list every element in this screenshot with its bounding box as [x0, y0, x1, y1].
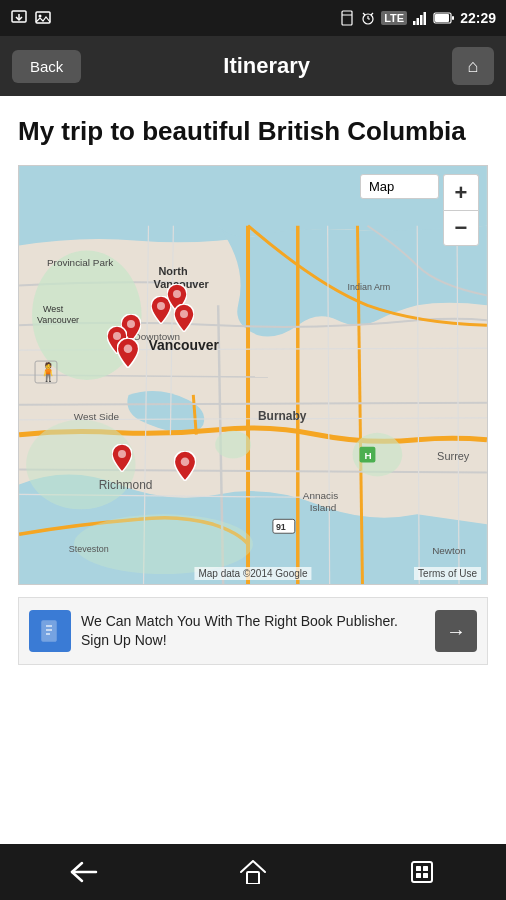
- svg-point-3: [39, 15, 42, 18]
- svg-point-48: [180, 310, 188, 318]
- zoom-controls: + −: [443, 174, 479, 246]
- svg-text:Surrey: Surrey: [437, 450, 470, 462]
- svg-rect-12: [417, 18, 420, 25]
- map-type-selector[interactable]: Map Satellite Terrain: [360, 174, 439, 199]
- back-arrow-icon: [70, 861, 98, 883]
- svg-point-53: [181, 458, 190, 467]
- svg-text:91: 91: [276, 522, 286, 532]
- svg-text:H: H: [364, 450, 371, 461]
- svg-point-21: [215, 431, 251, 459]
- map-attribution: Map data ©2014 Google: [194, 567, 311, 580]
- svg-rect-13: [420, 15, 423, 25]
- svg-text:Richmond: Richmond: [99, 479, 153, 493]
- status-icons-left: [10, 9, 52, 27]
- map-pin-7[interactable]: [112, 444, 132, 476]
- svg-rect-60: [412, 862, 432, 882]
- svg-rect-17: [452, 16, 454, 20]
- home-icon: [240, 860, 266, 884]
- svg-rect-61: [416, 866, 421, 871]
- svg-rect-4: [342, 11, 352, 25]
- svg-rect-11: [413, 21, 416, 25]
- page-title: Itinerary: [223, 53, 310, 79]
- back-button[interactable]: Back: [12, 50, 81, 83]
- nav-recent-button[interactable]: [397, 854, 447, 890]
- svg-text:West Side: West Side: [74, 411, 120, 422]
- ad-icon: [29, 610, 71, 652]
- map-pin-8[interactable]: [174, 451, 196, 485]
- svg-text:North: North: [158, 266, 187, 278]
- svg-text:Indian Arm: Indian Arm: [348, 283, 391, 293]
- main-content: My trip to beautiful British Columbia: [0, 96, 506, 844]
- alarm-icon: [360, 10, 376, 26]
- signal-icon: [412, 11, 428, 25]
- svg-rect-63: [416, 873, 421, 878]
- svg-text:Vancouver: Vancouver: [37, 315, 79, 325]
- svg-rect-64: [423, 873, 428, 878]
- ad-text: We Can Match You With The Right Book Pub…: [81, 612, 425, 651]
- svg-text:Provincial Park: Provincial Park: [47, 257, 113, 268]
- svg-point-46: [157, 302, 165, 310]
- zoom-out-button[interactable]: −: [443, 210, 479, 246]
- battery-icon: [433, 11, 455, 25]
- svg-text:Steveston: Steveston: [69, 544, 109, 554]
- zoom-in-button[interactable]: +: [443, 174, 479, 210]
- book-icon: [38, 619, 62, 643]
- map-container[interactable]: Provincial Park West Vancouver North Van…: [18, 165, 488, 585]
- map-terms[interactable]: Terms of Use: [414, 567, 481, 580]
- svg-point-47: [173, 290, 181, 298]
- svg-rect-62: [423, 866, 428, 871]
- clock: 22:29: [460, 10, 496, 26]
- download-icon: [10, 9, 28, 27]
- svg-text:Annacis: Annacis: [303, 491, 338, 502]
- map-svg: Provincial Park West Vancouver North Van…: [19, 166, 487, 584]
- lte-badge: LTE: [381, 11, 407, 25]
- ad-arrow-button[interactable]: →: [435, 610, 477, 652]
- nav-bar: Back Itinerary ⌂: [0, 36, 506, 96]
- svg-rect-59: [247, 872, 259, 884]
- svg-point-52: [118, 450, 126, 458]
- bottom-nav-bar: [0, 844, 506, 900]
- map-pin-3[interactable]: [174, 304, 194, 336]
- svg-rect-14: [424, 12, 427, 25]
- svg-text:Newton: Newton: [432, 545, 466, 556]
- sim-icon: [339, 10, 355, 26]
- home-button[interactable]: ⌂: [452, 47, 494, 85]
- svg-rect-16: [435, 14, 449, 22]
- image-icon: [34, 9, 52, 27]
- svg-text:West: West: [43, 304, 64, 314]
- trip-title: My trip to beautiful British Columbia: [18, 116, 488, 147]
- svg-text:Island: Island: [310, 503, 337, 514]
- svg-line-9: [363, 13, 365, 15]
- nav-home-button[interactable]: [228, 854, 278, 890]
- map-pin-6[interactable]: [117, 338, 139, 372]
- status-bar: LTE 22:29: [0, 0, 506, 36]
- svg-text:🧍: 🧍: [37, 361, 60, 383]
- svg-text:Burnaby: Burnaby: [258, 409, 307, 423]
- ad-banner: We Can Match You With The Right Book Pub…: [18, 597, 488, 665]
- status-icons-right: LTE 22:29: [339, 10, 496, 26]
- recent-apps-icon: [410, 860, 434, 884]
- svg-line-10: [371, 13, 373, 15]
- svg-point-49: [127, 320, 135, 328]
- svg-point-51: [124, 345, 133, 354]
- nav-back-button[interactable]: [59, 854, 109, 890]
- svg-rect-54: [42, 621, 56, 641]
